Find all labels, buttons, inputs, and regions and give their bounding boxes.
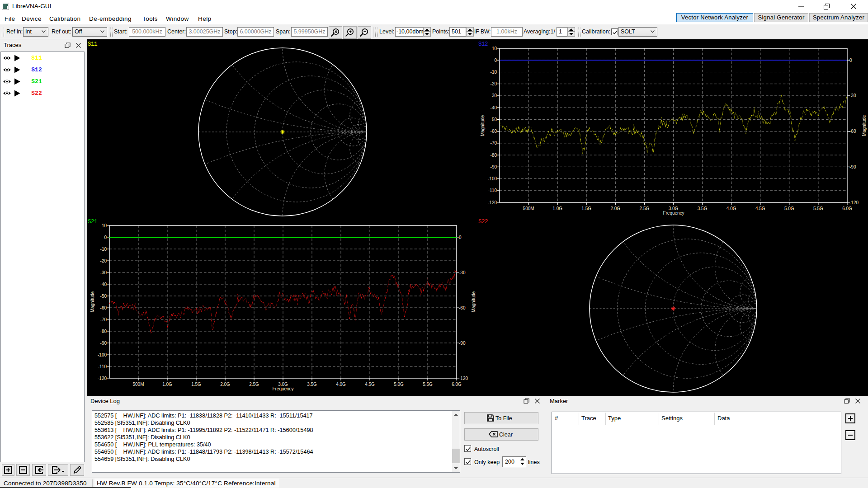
svg-text:S21: S21 xyxy=(88,219,97,225)
svg-text:4.5G: 4.5G xyxy=(755,206,765,211)
svg-text:-70: -70 xyxy=(491,141,497,145)
svg-text:-100: -100 xyxy=(98,352,107,357)
svg-text:-30: -30 xyxy=(849,93,856,98)
svg-text:-50: -50 xyxy=(491,117,497,122)
svg-text:5.5G: 5.5G xyxy=(423,382,433,387)
svg-text:1.5G: 1.5G xyxy=(191,382,201,387)
svg-text:500M: 500M xyxy=(523,206,534,211)
svg-text:Magnitude: Magnitude xyxy=(471,291,476,312)
svg-text:-30: -30 xyxy=(491,93,497,98)
svg-text:3.5G: 3.5G xyxy=(698,206,708,211)
svg-text:-10: -10 xyxy=(100,247,107,252)
svg-text:10: 10 xyxy=(102,223,107,228)
svg-text:1.0G: 1.0G xyxy=(162,382,172,387)
svg-text:0: 0 xyxy=(459,235,462,240)
svg-text:3.5G: 3.5G xyxy=(307,382,317,387)
svg-text:Magnitude: Magnitude xyxy=(862,115,867,136)
svg-text:-90: -90 xyxy=(849,164,856,169)
svg-text:0: 0 xyxy=(849,58,852,63)
svg-text:-30: -30 xyxy=(459,270,466,275)
svg-text:5.5G: 5.5G xyxy=(813,206,823,211)
svg-text:-110: -110 xyxy=(98,364,107,369)
svg-text:-60: -60 xyxy=(491,129,497,134)
svg-text:-90: -90 xyxy=(491,164,497,169)
svg-text:-70: -70 xyxy=(100,317,107,322)
svg-text:-80: -80 xyxy=(100,329,107,334)
svg-text:2.5G: 2.5G xyxy=(249,382,259,387)
svg-text:-100: -100 xyxy=(488,176,497,181)
svg-text:-120: -120 xyxy=(98,376,107,381)
svg-text:-40: -40 xyxy=(491,105,497,110)
svg-text:-90: -90 xyxy=(459,341,466,346)
svg-text:6.0G: 6.0G xyxy=(842,206,852,211)
svg-text:-60: -60 xyxy=(100,305,107,310)
svg-text:S11: S11 xyxy=(88,41,97,47)
svg-text:10: 10 xyxy=(492,46,497,51)
svg-text:S12: S12 xyxy=(478,41,488,47)
svg-text:500M: 500M xyxy=(132,382,144,387)
svg-text:-60: -60 xyxy=(459,305,466,310)
svg-text:Frequency: Frequency xyxy=(663,211,684,216)
svg-text:2.0G: 2.0G xyxy=(220,382,230,387)
svg-text:Frequency: Frequency xyxy=(272,386,293,391)
svg-text:0: 0 xyxy=(494,58,497,63)
svg-text:-30: -30 xyxy=(100,270,107,275)
svg-text:-120: -120 xyxy=(849,200,859,205)
svg-text:-40: -40 xyxy=(100,282,107,287)
svg-text:-60: -60 xyxy=(849,129,856,134)
svg-text:Magnitude: Magnitude xyxy=(480,115,485,136)
svg-text:2.5G: 2.5G xyxy=(640,206,650,211)
svg-text:4.0G: 4.0G xyxy=(726,206,736,211)
svg-text:-110: -110 xyxy=(488,188,497,193)
svg-text:-120: -120 xyxy=(459,376,468,381)
svg-text:4.0G: 4.0G xyxy=(336,382,346,387)
svg-text:6.0G: 6.0G xyxy=(452,382,462,387)
svg-text:Magnitude: Magnitude xyxy=(90,291,95,312)
svg-text:5.0G: 5.0G xyxy=(394,382,404,387)
svg-text:5.0G: 5.0G xyxy=(784,206,794,211)
svg-text:-120: -120 xyxy=(488,200,497,205)
svg-text:1.0G: 1.0G xyxy=(552,206,562,211)
svg-text:2.0G: 2.0G xyxy=(610,206,620,211)
svg-text:S22: S22 xyxy=(478,219,488,225)
svg-text:-90: -90 xyxy=(100,341,107,346)
svg-text:-10: -10 xyxy=(491,70,497,75)
svg-text:-50: -50 xyxy=(100,294,107,299)
svg-text:4.5G: 4.5G xyxy=(365,382,375,387)
svg-text:1.5G: 1.5G xyxy=(581,206,591,211)
svg-text:-20: -20 xyxy=(491,81,497,86)
svg-text:0: 0 xyxy=(104,235,107,240)
svg-text:-80: -80 xyxy=(491,153,497,158)
svg-text:-20: -20 xyxy=(100,258,107,263)
